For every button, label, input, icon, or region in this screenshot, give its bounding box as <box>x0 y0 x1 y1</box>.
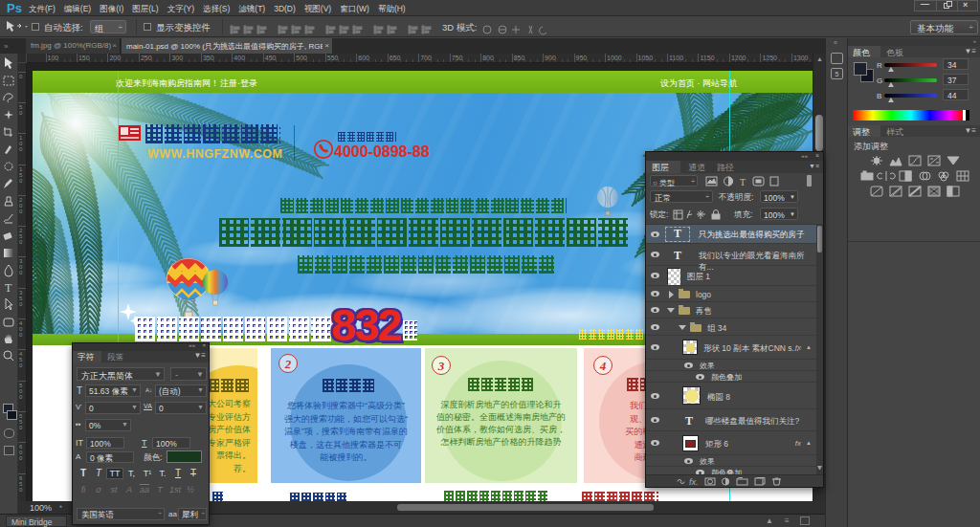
svg-text:T: T <box>740 177 746 187</box>
svg-text:fx.: fx. <box>689 477 699 486</box>
svg-text:T: T <box>5 281 12 295</box>
